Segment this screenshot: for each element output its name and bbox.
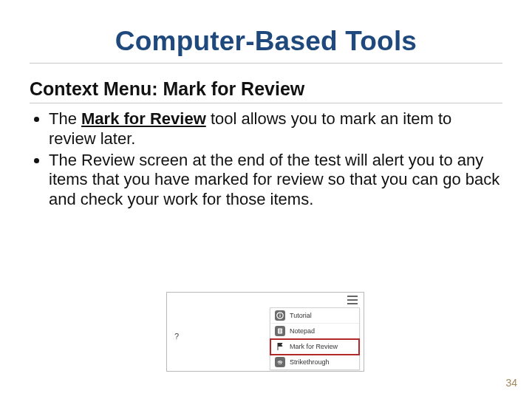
menu-item-label: Strikethrough (290, 358, 330, 366)
notepad-icon (275, 326, 285, 336)
menu-item-label: Mark for Review (290, 343, 338, 350)
mark-for-review-phrase: Mark for Review (81, 109, 206, 128)
slide: Computer-Based Tools Context Menu: Mark … (0, 0, 532, 399)
figure-background-text: of several locatio ny wants to sur (166, 296, 265, 318)
menu-item-label: Notepad (290, 327, 315, 335)
bg-text-line: ny wants to sur (166, 307, 265, 317)
svg-rect-1 (279, 315, 280, 317)
title-rule (30, 63, 502, 64)
menu-item-tutorial[interactable]: Tutorial (270, 308, 359, 324)
slide-title: Computer-Based Tools (30, 26, 502, 57)
context-menu-dropdown: Tutorial Notepad Mark for Review S Strik… (270, 307, 360, 370)
slide-subheading: Context Menu: Mark for Review (30, 78, 502, 100)
bullet-text-prefix: The (49, 109, 81, 128)
info-icon (275, 310, 285, 321)
svg-rect-2 (279, 313, 280, 314)
bg-question-mark: ? (174, 332, 179, 341)
menu-item-mark-for-review[interactable]: Mark for Review (270, 339, 359, 355)
bullet-list: The Mark for Review tool allows you to m… (30, 109, 502, 210)
page-number: 34 (505, 377, 517, 389)
strikethrough-icon: S (275, 357, 285, 367)
context-menu-figure: of several locatio ny wants to sur ? Tut… (166, 292, 364, 372)
subheading-rule (30, 103, 502, 103)
menu-item-strikethrough[interactable]: S Strikethrough (270, 355, 359, 369)
menu-item-label: Tutorial (290, 312, 312, 319)
bullet-item: The Mark for Review tool allows you to m… (49, 109, 502, 149)
bullet-item: The Review screen at the end of the test… (49, 151, 502, 210)
flag-icon (275, 341, 285, 352)
menu-item-notepad[interactable]: Notepad (270, 324, 359, 339)
hamburger-icon[interactable] (347, 296, 358, 304)
